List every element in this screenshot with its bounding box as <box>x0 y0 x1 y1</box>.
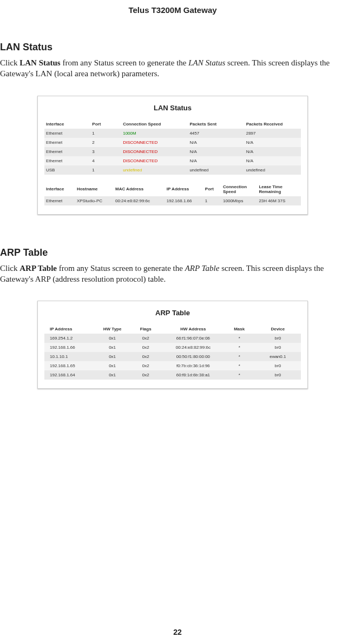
text-bold: ARP Table <box>19 264 57 273</box>
cell-mask: * <box>224 370 255 380</box>
table-row: Ethernet2DISCONNECTEDN/AN/A <box>44 138 301 147</box>
col-hostname: Hostname <box>75 182 114 196</box>
cell-device: br0 <box>255 370 301 380</box>
cell-flags: 0x2 <box>129 352 162 361</box>
cell-recv: 2897 <box>245 129 301 138</box>
cell-interface: Ethernet <box>44 196 75 205</box>
col-interface: Interface <box>44 119 90 129</box>
cell-speed: DISCONNECTED <box>121 138 188 147</box>
col-packets-sent: Packets Sent <box>188 119 244 129</box>
cell-device: ewan0.1 <box>255 352 301 361</box>
lan-status-panel: LAN Status Interface Port Connection Spe… <box>37 96 308 215</box>
cell-ip: 10.1.10.1 <box>44 352 96 361</box>
cell-device: br0 <box>255 334 301 343</box>
lan-interfaces-table: Interface Port Connection Speed Packets … <box>44 119 301 175</box>
text-bold: LAN Status <box>19 58 60 67</box>
arp-table: IP Address HW Type Flags HW Address Mask… <box>44 324 301 380</box>
cell-sent: N/A <box>188 138 244 147</box>
arp-table-panel: ARP Table IP Address HW Type Flags HW Ad… <box>37 301 308 389</box>
table-row: USB1undefinedundefinedundefined <box>44 165 301 175</box>
table-row: 192.168.1.650x10x2f0:7b:cb:36:1d:96*br0 <box>44 361 301 370</box>
arp-table-heading: ARP Table <box>0 247 345 258</box>
cell-ip: 192.168.1.65 <box>44 361 96 370</box>
arp-panel-title: ARP Table <box>44 309 301 317</box>
cell-sent: N/A <box>188 156 244 165</box>
cell-interface: Ethernet <box>44 147 90 156</box>
cell-speed: DISCONNECTED <box>121 156 188 165</box>
cell-device: br0 <box>255 361 301 370</box>
cell-mask: * <box>224 343 255 352</box>
cell-port: 1 <box>90 165 121 175</box>
cell-mask: * <box>224 361 255 370</box>
col-lease: Lease Time Remaining <box>257 182 301 196</box>
cell-recv: undefined <box>245 165 301 175</box>
cell-ip: 192.168.1.64 <box>44 370 96 380</box>
cell-sent: N/A <box>188 147 244 156</box>
col-interface: Interface <box>44 182 75 196</box>
cell-ip: 169.254.1.2 <box>44 334 96 343</box>
cell-hwtype: 0x1 <box>96 361 129 370</box>
col-ip: IP Address <box>44 324 96 334</box>
document-header: Telus T3200M Gateway <box>0 5 345 15</box>
col-conn-speed: Connection Speed <box>121 119 188 129</box>
table-row: 192.168.1.660x10x200:24:e8:82:99:6c*br0 <box>44 343 301 352</box>
cell-sent: 4457 <box>188 129 244 138</box>
cell-ip: 192.168.1.66 <box>44 343 96 352</box>
cell-hwtype: 0x1 <box>96 370 129 380</box>
cell-sent: undefined <box>188 165 244 175</box>
page-number: 22 <box>0 628 355 636</box>
cell-interface: Ethernet <box>44 129 90 138</box>
cell-port: 2 <box>90 138 121 147</box>
cell-speed: DISCONNECTED <box>121 147 188 156</box>
cell-flags: 0x2 <box>129 370 162 380</box>
cell-port: 1 <box>90 129 121 138</box>
col-hwtype: HW Type <box>96 324 129 334</box>
col-flags: Flags <box>129 324 162 334</box>
cell-hwtype: 0x1 <box>96 334 129 343</box>
col-ip: IP Address <box>165 182 203 196</box>
cell-hwtype: 0x1 <box>96 343 129 352</box>
cell-hwaddr: 66:f1:96:07:0e:06 <box>162 334 224 343</box>
cell-recv: N/A <box>245 147 301 156</box>
cell-lease: 23H 46M 37S <box>257 196 301 205</box>
table-row: Ethernet4DISCONNECTEDN/AN/A <box>44 156 301 165</box>
col-packets-recv: Packets Received <box>245 119 301 129</box>
cell-hostname: XPStudio-PC <box>75 196 114 205</box>
col-port: Port <box>90 119 121 129</box>
text: Click <box>0 264 19 273</box>
table-row: 169.254.1.20x10x266:f1:96:07:0e:06*br0 <box>44 334 301 343</box>
text: from any Status screen to generate the <box>57 264 185 273</box>
table-row: 10.1.10.10x10x200:50:f1:80:00:00*ewan0.1 <box>44 352 301 361</box>
cell-mask: * <box>224 334 255 343</box>
table-row: Ethernet11000M44572897 <box>44 129 301 138</box>
text: Click <box>0 58 19 67</box>
col-mac: MAC Address <box>114 182 165 196</box>
cell-port: 1 <box>203 196 221 205</box>
table-row: 192.168.1.640x10x260:f8:1d:6b:38:a1*br0 <box>44 370 301 380</box>
lan-panel-title: LAN Status <box>44 104 301 112</box>
text-italic: LAN Status <box>188 58 225 67</box>
cell-interface: Ethernet <box>44 138 90 147</box>
cell-flags: 0x2 <box>129 343 162 352</box>
cell-recv: N/A <box>245 156 301 165</box>
col-device: Device <box>255 324 301 334</box>
cell-interface: Ethernet <box>44 156 90 165</box>
cell-mask: * <box>224 352 255 361</box>
table-row: Ethernet3DISCONNECTEDN/AN/A <box>44 147 301 156</box>
cell-hwaddr: 60:f8:1d:6b:38:a1 <box>162 370 224 380</box>
cell-interface: USB <box>44 165 90 175</box>
lan-status-heading: LAN Status <box>0 42 345 53</box>
cell-hwaddr: 00:24:e8:82:99:6c <box>162 343 224 352</box>
cell-flags: 0x2 <box>129 361 162 370</box>
col-conn-speed: Connection Speed <box>221 182 257 196</box>
cell-hwtype: 0x1 <box>96 352 129 361</box>
lan-status-paragraph: Click LAN Status from any Status screen … <box>0 57 345 79</box>
cell-port: 3 <box>90 147 121 156</box>
text-italic: ARP Table <box>185 264 220 273</box>
table-row: EthernetXPStudio-PC00:24:e8:82:99:6c192.… <box>44 196 301 205</box>
arp-table-paragraph: Click ARP Table from any Status screen t… <box>0 263 345 285</box>
cell-speed: 1000Mbps <box>221 196 257 205</box>
cell-device: br0 <box>255 343 301 352</box>
cell-port: 4 <box>90 156 121 165</box>
col-port: Port <box>203 182 221 196</box>
